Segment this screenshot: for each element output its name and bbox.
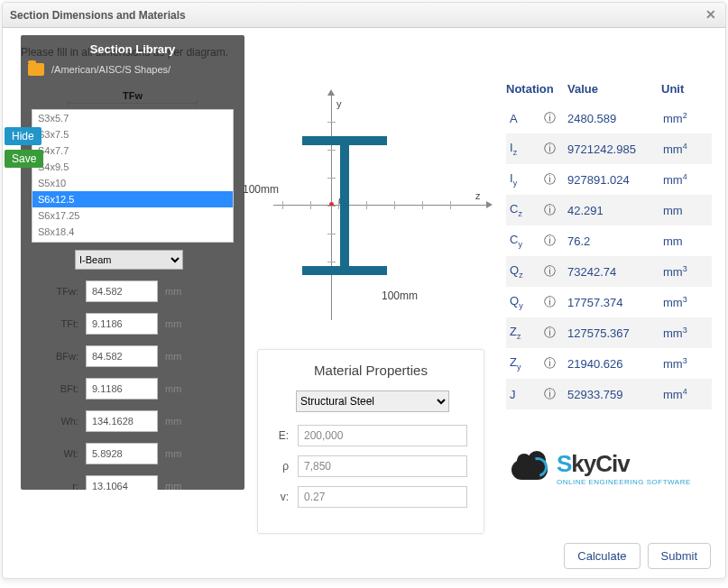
material-select[interactable]: Structural Steel xyxy=(296,390,449,412)
prop-notation: Cz xyxy=(506,202,544,218)
col-unit: Unit xyxy=(661,82,706,96)
property-row: Zyⓘ21940.626mm3 xyxy=(506,348,712,379)
dim-input[interactable] xyxy=(86,378,158,400)
prop-notation: J xyxy=(506,388,544,401)
dim-input[interactable] xyxy=(86,313,158,335)
mat-input[interactable] xyxy=(298,486,467,508)
mat-input[interactable] xyxy=(298,425,467,446)
library-title: Section Library xyxy=(21,35,244,60)
shape-option[interactable]: S3x7.5 xyxy=(32,126,233,142)
info-icon[interactable]: ⓘ xyxy=(544,171,567,188)
prop-unit: mm3 xyxy=(663,295,708,309)
col-notation: Notation xyxy=(506,82,567,96)
prop-notation: Qz xyxy=(506,263,544,280)
dimension-row: BFw:mm xyxy=(53,345,244,367)
prop-value: 76.2 xyxy=(567,234,663,248)
prop-unit: mm4 xyxy=(663,387,708,401)
info-icon[interactable]: ⓘ xyxy=(544,233,567,249)
prop-unit: mm2 xyxy=(663,111,708,125)
prop-notation: Iz xyxy=(506,141,544,157)
logo-icon xyxy=(511,453,553,483)
info-icon[interactable]: ⓘ xyxy=(544,141,567,157)
dim-unit: mm xyxy=(165,481,181,490)
dim-label: Wt: xyxy=(53,448,78,459)
dim-input[interactable] xyxy=(86,410,158,432)
dim-label: BFt: xyxy=(53,383,78,394)
prop-value: 73242.74 xyxy=(567,265,663,279)
property-row: Cyⓘ76.2mm xyxy=(506,225,712,256)
shape-option-list[interactable]: S3x5.7S3x7.5S4x7.7S4x9.5S5x10S6x12.5S6x1… xyxy=(32,109,234,243)
property-row: Izⓘ9721242.985mm4 xyxy=(506,133,712,164)
calculate-button[interactable]: Calculate xyxy=(564,543,640,569)
info-icon[interactable]: ⓘ xyxy=(544,110,567,126)
shape-option[interactable]: S8x18.4 xyxy=(32,224,233,240)
material-row: ρ xyxy=(274,455,467,477)
info-icon[interactable]: ⓘ xyxy=(544,294,567,310)
close-icon[interactable]: ✕ xyxy=(704,8,718,23)
prop-unit: mm xyxy=(663,204,708,217)
prop-unit: mm4 xyxy=(663,142,708,156)
tfw-label: TFw xyxy=(21,83,244,104)
mat-input[interactable] xyxy=(298,455,467,477)
property-row: Iyⓘ927891.024mm4 xyxy=(506,164,712,195)
info-icon[interactable]: ⓘ xyxy=(544,325,567,341)
dim-unit: mm xyxy=(165,448,181,459)
shape-select[interactable]: I-Beam xyxy=(75,250,183,270)
dimension-row: BFt:mm xyxy=(53,378,244,400)
prop-unit: mm xyxy=(663,234,708,248)
scale-label-x: 100mm xyxy=(382,289,418,302)
prop-value: 2480.589 xyxy=(567,112,663,125)
dim-unit: mm xyxy=(165,351,181,362)
save-button[interactable]: Save xyxy=(5,150,43,168)
dim-input[interactable] xyxy=(86,280,158,302)
material-title: Material Properties xyxy=(274,363,467,378)
info-icon[interactable]: ⓘ xyxy=(544,355,567,372)
shape-option[interactable]: S6x17.25 xyxy=(32,207,233,224)
property-row: Zzⓘ127575.367mm3 xyxy=(506,317,712,348)
info-icon[interactable]: ⓘ xyxy=(544,386,567,402)
prop-value: 127575.367 xyxy=(567,326,663,340)
prop-value: 42.291 xyxy=(567,204,663,217)
footer-buttons: Calculate Submit xyxy=(564,543,711,569)
shape-option[interactable]: S3x5.7 xyxy=(32,110,233,126)
ibeam-shape xyxy=(302,136,387,275)
dim-input[interactable] xyxy=(86,443,158,464)
dim-input[interactable] xyxy=(86,345,158,367)
dim-unit: mm xyxy=(165,318,181,329)
scale-label-y: 100mm xyxy=(243,183,279,196)
prop-value: 9721242.985 xyxy=(567,142,663,156)
col-value: Value xyxy=(567,82,661,96)
shape-option[interactable]: S6x12.5 xyxy=(32,191,233,207)
info-icon[interactable]: ⓘ xyxy=(544,263,567,280)
dialog-title: Section Dimensions and Materials xyxy=(10,9,186,22)
dim-input[interactable] xyxy=(86,475,158,490)
dim-label: TFt: xyxy=(53,318,78,329)
section-library-panel: Section Library /American/AISC/S Shapes/… xyxy=(21,35,244,490)
folder-icon xyxy=(28,63,44,76)
prop-value: 927891.024 xyxy=(567,173,663,187)
dim-label: Wh: xyxy=(53,416,78,427)
skyciv-logo: SkyCiv ONLINE ENGINEERING SOFTWARE xyxy=(511,450,691,486)
dimension-row: Wt:mm xyxy=(53,443,244,464)
shape-option[interactable]: S4x7.7 xyxy=(32,142,233,159)
property-row: Czⓘ42.291mm xyxy=(506,195,712,225)
shape-option[interactable]: S5x10 xyxy=(32,175,233,191)
submit-button[interactable]: Submit xyxy=(648,543,711,569)
material-row: v: xyxy=(274,486,467,508)
shape-option[interactable]: S4x9.5 xyxy=(32,159,233,175)
library-path[interactable]: /American/AISC/S Shapes/ xyxy=(21,60,244,83)
prop-unit: mm3 xyxy=(663,356,708,371)
dim-unit: mm xyxy=(165,416,181,427)
prop-notation: Zz xyxy=(506,325,544,341)
dim-unit: mm xyxy=(165,383,181,394)
dialog-header[interactable]: Section Dimensions and Materials ✕ xyxy=(3,3,725,28)
dialog: Section Dimensions and Materials ✕ Pleas… xyxy=(2,2,726,579)
shape-select-input[interactable]: I-Beam xyxy=(75,250,183,270)
prop-notation: Cy xyxy=(506,233,544,249)
prop-unit: mm4 xyxy=(663,172,708,187)
dim-label: TFw: xyxy=(53,286,78,297)
hide-button[interactable]: Hide xyxy=(5,127,41,145)
info-icon[interactable]: ⓘ xyxy=(544,202,567,218)
properties-table: Notation Value Unit Aⓘ2480.589mm2Izⓘ9721… xyxy=(506,82,712,409)
prop-notation: Iy xyxy=(506,171,544,188)
